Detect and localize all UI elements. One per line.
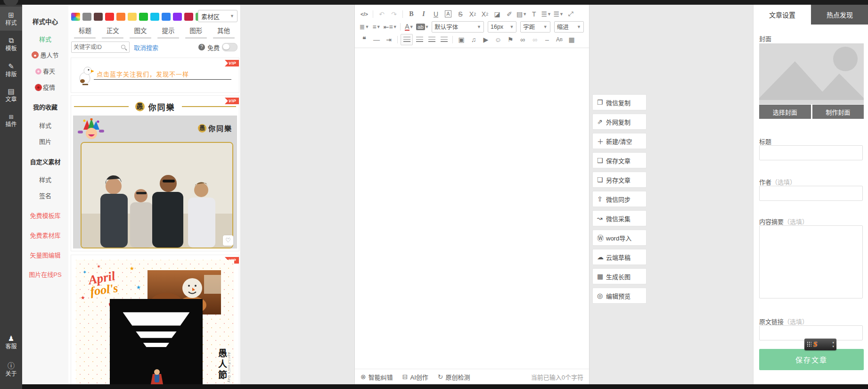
color-swatch[interactable] [94, 13, 103, 21]
remove-link-icon[interactable]: ∞ [529, 34, 540, 45]
strikethrough-icon[interactable]: S [455, 9, 466, 19]
category-item[interactable]: 春天 [22, 66, 68, 75]
action-button[interactable]: ＋ 新建/清空 [592, 133, 647, 149]
category-item[interactable]: 签名 [22, 191, 68, 200]
status-tool-button[interactable]: ↻ 原创检测 [438, 372, 470, 381]
cancel-search-link[interactable]: 取消搜索 [134, 43, 158, 52]
letter-spacing-select[interactable]: 字距▼ [520, 21, 550, 33]
category-item[interactable]: 自定义素材 [22, 157, 68, 166]
redo-icon[interactable]: ↷ [388, 9, 400, 19]
action-button[interactable]: ❏ 另存文章 [592, 172, 647, 188]
choose-cover-button[interactable]: 选择封面 [759, 105, 811, 119]
nav-item-templates[interactable]: ⧉ 模板 [0, 37, 22, 52]
color-swatch[interactable] [162, 13, 171, 21]
font-size-select[interactable]: 16px▼ [488, 21, 516, 33]
color-swatch[interactable] [150, 13, 159, 21]
material-area-select[interactable]: 素材区 ▼ [198, 10, 237, 22]
favorite-heart-button[interactable]: ♡ [223, 235, 233, 246]
rainbow-palette-swatch[interactable] [71, 13, 80, 21]
action-button[interactable]: ▦ 生成长图 [592, 268, 647, 284]
action-button[interactable]: ❑ 保存文章 [592, 152, 647, 168]
horizontal-rule-icon[interactable]: — [371, 34, 382, 45]
save-article-button[interactable]: 保存文章 [759, 349, 864, 370]
highlight-color-icon[interactable]: ab▼ [416, 22, 429, 32]
bold-icon[interactable]: B [406, 9, 417, 19]
category-item[interactable]: 疫情 [22, 83, 68, 91]
material-tab[interactable]: 标题 [74, 25, 96, 39]
category-item[interactable]: 样式 [22, 34, 68, 43]
author-input[interactable] [759, 186, 863, 201]
material-tab[interactable]: 提示 [157, 25, 179, 39]
title-input[interactable] [759, 145, 863, 160]
editor-content-area[interactable] [355, 48, 589, 357]
margin-select-icon[interactable]: ⇤≡▼ [383, 22, 397, 32]
align-center-icon[interactable] [414, 34, 425, 45]
action-button[interactable]: ❐ 微信复制 [592, 94, 647, 110]
align-left-icon[interactable] [401, 34, 413, 45]
html-code-icon[interactable]: </> [359, 9, 370, 19]
superscript-icon[interactable]: X2 [467, 9, 478, 19]
tab-hot-topics[interactable]: 热点发现 [811, 5, 868, 25]
free-toggle[interactable] [222, 43, 237, 51]
search-box[interactable] [71, 41, 130, 53]
insert-emoji-icon[interactable]: ☺ [492, 34, 504, 45]
insert-table-icon[interactable]: ▦ [566, 34, 577, 45]
divider-line-icon[interactable]: – [541, 34, 553, 45]
search-input[interactable] [72, 44, 121, 50]
help-icon[interactable]: ? [198, 44, 205, 50]
insert-image-icon[interactable]: ▣ [456, 34, 467, 45]
nav-item-styles[interactable]: ⊞ 样式 [0, 7, 22, 31]
category-item[interactable]: 免费素材库 [22, 231, 68, 240]
style-card-fool-photo[interactable]: VIP 愚 你同樂 [71, 95, 239, 251]
line-height-select-icon[interactable]: ≣▼ [359, 22, 370, 32]
case-icon[interactable]: AB [554, 34, 565, 45]
text-tool-icon[interactable]: T [528, 9, 540, 19]
color-swatch[interactable] [105, 13, 114, 21]
subscript-icon[interactable]: X2 [479, 9, 491, 19]
insert-audio-icon[interactable]: ♫ [468, 34, 479, 45]
style-card-follow-banner[interactable]: VIP 点击蓝字关注我们，发现不一样 [71, 58, 239, 93]
search-icon[interactable] [121, 44, 127, 50]
insert-link-icon[interactable]: ∞ [517, 34, 528, 45]
font-color-icon[interactable]: A▼ [403, 22, 415, 32]
tab-article-settings[interactable]: 文章设置 [753, 5, 811, 25]
italic-icon[interactable]: I [418, 9, 429, 19]
undo-icon[interactable]: ↶ [376, 9, 387, 19]
unordered-list-icon[interactable]: ☰▼ [553, 9, 564, 19]
font-color-box-icon[interactable]: A [442, 9, 454, 19]
nav-item-plugins[interactable]: ⧈ 插件 [0, 113, 22, 128]
indent-select[interactable]: 缩进▼ [554, 21, 584, 33]
material-tab[interactable]: 正文 [102, 25, 123, 39]
status-tool-button[interactable]: ⊗ 智能纠错 [360, 372, 393, 381]
action-button[interactable]: ⇪ 微信同步 [592, 191, 647, 207]
category-item[interactable]: 图片 [22, 137, 68, 146]
status-tool-button[interactable]: ⊟ AI创作 [402, 372, 428, 381]
category-item[interactable]: 免费模板库 [22, 211, 68, 220]
color-swatch[interactable] [173, 13, 182, 21]
style-card-april-fools[interactable]: VIP April fool's ✦ ★ ★ ★ ✶ [71, 255, 239, 384]
color-swatch[interactable] [82, 13, 91, 21]
category-item[interactable]: 矢量图编辑 [22, 250, 68, 259]
nav-item-about[interactable]: ⓘ 关于 [0, 362, 22, 378]
category-item[interactable]: 样式 [22, 121, 68, 130]
first-line-indent-icon[interactable]: ⇥ [383, 34, 394, 45]
action-button[interactable]: ☁ 云端草稿 [592, 249, 647, 265]
template-block-icon[interactable]: ▤▼ [516, 9, 527, 19]
cover-placeholder-image[interactable] [759, 43, 864, 104]
material-tab[interactable]: 图文 [130, 25, 151, 39]
category-item[interactable]: 图片在线PS [22, 270, 68, 279]
eraser-icon[interactable]: ◪ [491, 9, 503, 19]
nav-item-typeset[interactable]: ✎ 排版 [0, 63, 22, 78]
category-item[interactable]: 我的收藏 [22, 102, 68, 111]
sogou-ime-widget[interactable]: S ▾▾ [804, 339, 836, 350]
material-tab[interactable]: 其他 [213, 25, 235, 39]
make-cover-button[interactable]: 制作封面 [812, 105, 864, 119]
ordered-list-icon[interactable]: ☰▼ [540, 9, 552, 19]
nav-item-support[interactable]: ♟ 客服 [0, 335, 22, 350]
color-swatch[interactable] [116, 13, 125, 21]
color-swatch[interactable] [128, 13, 137, 21]
nav-item-articles[interactable]: ▤ 文章 [0, 88, 22, 103]
underline-icon[interactable]: U [430, 9, 442, 19]
color-swatch[interactable] [139, 13, 148, 21]
category-item[interactable]: 愚人节 [22, 50, 68, 59]
